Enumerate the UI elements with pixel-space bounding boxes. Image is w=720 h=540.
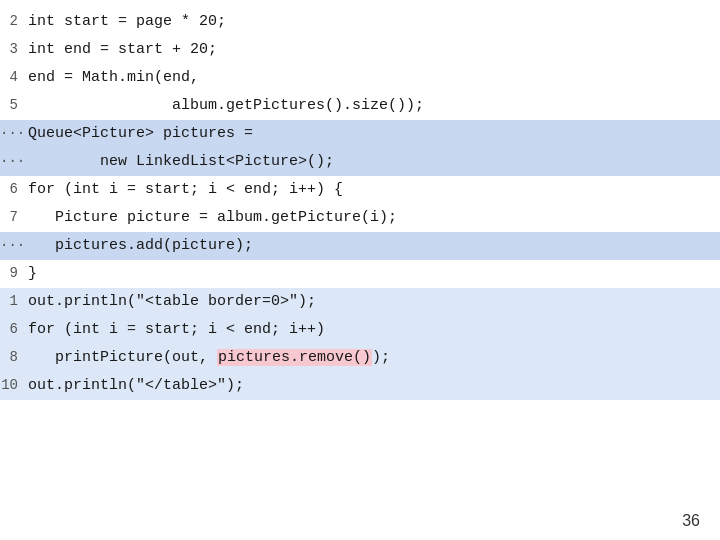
line-number: 4 (0, 69, 28, 85)
code-line-7: 7 Picture picture = album.getPicture(i); (0, 204, 720, 232)
line-number: 7 (0, 209, 28, 225)
code-line-4: 4 end = Math.min(end, (0, 64, 720, 92)
code-line-2: 2 int start = page * 20; (0, 8, 720, 36)
code-line-5: 5 album.getPictures().size()); (0, 92, 720, 120)
line-number: 9 (0, 265, 28, 281)
code-line-10: 10 out.println("</table>"); (0, 372, 720, 400)
line-code: } (28, 262, 720, 285)
line-number: 10 (0, 377, 28, 393)
line-code: for (int i = start; i < end; i++) (28, 318, 720, 341)
line-code: printPicture(out, pictures.remove()); (28, 346, 720, 369)
code-line-1: 1 out.println("<table border=0>"); (0, 288, 720, 316)
line-number: 3 (0, 41, 28, 57)
code-line-queue2: ··· new LinkedList<Picture>(); (0, 148, 720, 176)
line-number: 2 (0, 13, 28, 29)
code-line-6a: 6 for (int i = start; i < end; i++) { (0, 176, 720, 204)
line-number: 1 (0, 293, 28, 309)
code-line-6b: 6 for (int i = start; i < end; i++) (0, 316, 720, 344)
code-line-add: ··· pictures.add(picture); (0, 232, 720, 260)
line-code: Picture picture = album.getPicture(i); (28, 206, 720, 229)
line-code: for (int i = start; i < end; i++) { (28, 178, 720, 201)
code-line-9: 9 } (0, 260, 720, 288)
line-code: album.getPictures().size()); (28, 94, 720, 117)
line-number: 5 (0, 97, 28, 113)
line-code: new LinkedList<Picture>(); (28, 150, 720, 173)
line-code: out.println("<table border=0>"); (28, 290, 720, 313)
line-number: 8 (0, 349, 28, 365)
code-line-8: 8 printPicture(out, pictures.remove()); (0, 344, 720, 372)
code-line-queue1: ··· Queue<Picture> pictures = (0, 120, 720, 148)
line-number: 6 (0, 321, 28, 337)
line-code: int start = page * 20; (28, 10, 720, 33)
line-number: ··· (0, 153, 28, 169)
line-code: Queue<Picture> pictures = (28, 122, 720, 145)
line-number: ··· (0, 125, 28, 141)
code-line-3: 3 int end = start + 20; (0, 36, 720, 64)
highlight-remove: pictures.remove() (217, 349, 372, 366)
line-code: int end = start + 20; (28, 38, 720, 61)
line-code: end = Math.min(end, (28, 66, 720, 89)
line-code: out.println("</table>"); (28, 374, 720, 397)
line-code: pictures.add(picture); (28, 234, 720, 257)
line-number: ··· (0, 237, 28, 253)
line-number: 6 (0, 181, 28, 197)
code-block: 2 int start = page * 20; 3 int end = sta… (0, 0, 720, 408)
page-number: 36 (682, 512, 700, 530)
